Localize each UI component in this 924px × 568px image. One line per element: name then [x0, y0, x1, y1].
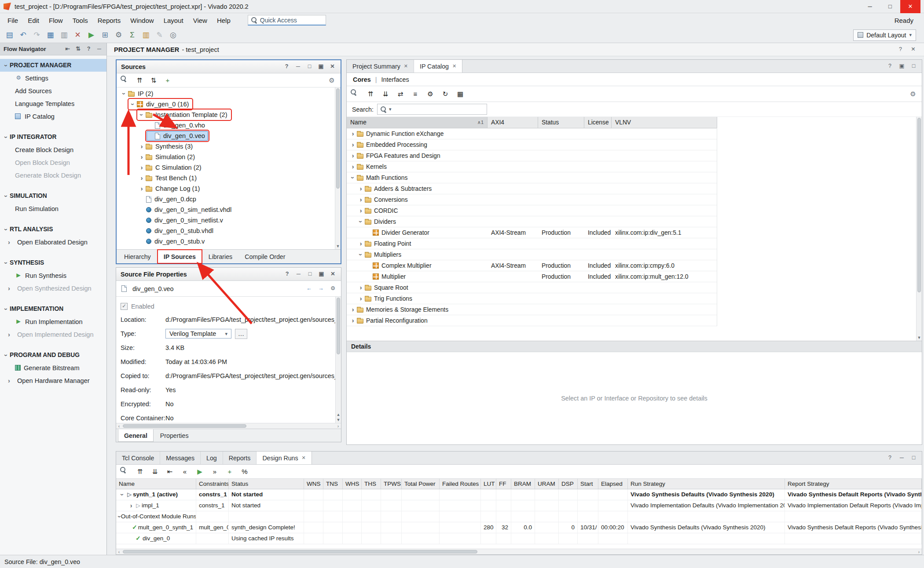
- expand-all-icon[interactable]: ⇅: [148, 75, 159, 85]
- tab-messages[interactable]: Messages: [160, 451, 201, 464]
- settings-icon[interactable]: ⚙: [326, 75, 337, 85]
- tab-general[interactable]: General: [118, 429, 154, 442]
- source-ip[interactable]: ›IP (2): [117, 88, 341, 99]
- column-header-name[interactable]: Name∧1: [347, 117, 488, 128]
- hierarchy-icon[interactable]: ≡: [410, 89, 421, 99]
- refresh-repo-icon[interactable]: ↻: [440, 89, 451, 99]
- flow-item-settings[interactable]: ⚙Settings: [0, 72, 106, 84]
- close-tab-icon[interactable]: ✕: [452, 64, 456, 69]
- close-icon[interactable]: ✕: [329, 63, 336, 70]
- settings-icon[interactable]: ⚙: [908, 89, 918, 99]
- close-icon[interactable]: ✕: [329, 270, 337, 278]
- menu-view[interactable]: View: [188, 15, 212, 26]
- flow-item-generate-bitstream[interactable]: Generate Bitstream: [0, 361, 106, 374]
- expand-chevron-icon[interactable]: ›: [116, 516, 125, 518]
- column-header-total-power[interactable]: Total Power: [402, 479, 440, 489]
- flow-section-header-project-manager[interactable]: ›PROJECT MANAGER: [0, 59, 106, 72]
- minimize-icon[interactable]: ─: [295, 270, 302, 278]
- run-row-out-of-context-module-runs[interactable]: ›Out-of-Context Module Runs: [116, 511, 922, 522]
- taxonomy-icon[interactable]: ⇄: [395, 89, 406, 99]
- run-row-impl-1[interactable]: ›▷impl_1constrs_1Not startedVivado Imple…: [116, 500, 922, 511]
- percent-icon[interactable]: %: [239, 466, 250, 477]
- dialog-view-icon[interactable]: ▦: [455, 89, 466, 99]
- delete-icon[interactable]: ✕: [72, 29, 84, 41]
- expand-chevron-icon[interactable]: ›: [3, 193, 10, 200]
- add-sources-icon[interactable]: +: [162, 75, 173, 85]
- flow-item-open-synthesized-design[interactable]: ›Open Synthesized Design: [0, 282, 106, 295]
- expand-chevron-icon[interactable]: ›: [128, 500, 135, 511]
- float-icon[interactable]: ▣: [317, 63, 325, 70]
- minimize-icon[interactable]: ─: [294, 63, 302, 70]
- properties-panel-header[interactable]: Source File Properties ?─□▣✕: [116, 268, 341, 281]
- column-header-dsp[interactable]: DSP: [559, 479, 578, 489]
- enabled-checkbox[interactable]: ✓: [121, 303, 128, 310]
- open-project-icon[interactable]: ▤: [4, 29, 15, 41]
- tab-log[interactable]: Log: [201, 451, 223, 464]
- maximize-icon[interactable]: □: [306, 63, 313, 70]
- maximize-icon[interactable]: □: [910, 62, 917, 70]
- scrollbar-thumb[interactable]: [123, 424, 246, 428]
- column-header-ths[interactable]: THS: [362, 479, 381, 489]
- run-row-synth-1-active[interactable]: ›▷synth_1 (active)constrs_1Not startedVi…: [116, 489, 922, 500]
- forward-icon[interactable]: →: [317, 285, 325, 292]
- expand-chevron-icon[interactable]: ›: [357, 218, 364, 225]
- menu-reports[interactable]: Reports: [93, 15, 126, 26]
- catalog-row-fpga-features-and-design[interactable]: ›FPGA Features and Design: [347, 150, 717, 161]
- report-icon[interactable]: ▥: [140, 29, 152, 41]
- source-div-gen-0[interactable]: ›div_gen_0 (16): [117, 99, 341, 109]
- help-icon[interactable]: ?: [897, 46, 904, 53]
- back-icon[interactable]: ←: [305, 285, 313, 292]
- maximize-icon[interactable]: □: [306, 270, 314, 278]
- collapse-all-icon[interactable]: ⇈: [135, 466, 145, 477]
- run-row-div-gen-0[interactable]: ✓div_gen_0Using cached IP results: [116, 533, 922, 544]
- column-header-vlnv[interactable]: VLNV: [612, 117, 717, 128]
- catalog-row-multipliers[interactable]: ›Multipliers: [347, 249, 717, 260]
- scroll-down-icon[interactable]: ▼: [917, 335, 922, 340]
- column-header-tpws[interactable]: TPWS: [381, 479, 402, 489]
- column-header-wns[interactable]: WNS: [304, 479, 323, 489]
- flow-step-icon[interactable]: ⊞: [99, 29, 111, 41]
- source-div-gen-0-veo[interactable]: div_gen_0.veo: [117, 131, 341, 141]
- menu-layout[interactable]: Layout: [159, 15, 188, 26]
- create-runs-icon[interactable]: +: [224, 466, 235, 477]
- expand-chevron-icon[interactable]: ›: [3, 306, 10, 313]
- step-forward-icon[interactable]: »: [209, 466, 220, 477]
- catalog-row-memories-storage-elements[interactable]: ›Memories & Storage Elements: [347, 304, 717, 315]
- expand-collapse-icon[interactable]: ⇅: [74, 45, 82, 53]
- expand-chevron-icon[interactable]: ›: [349, 130, 356, 137]
- expand-chevron-icon[interactable]: ›: [138, 185, 145, 192]
- minimize-icon[interactable]: ─: [95, 45, 103, 53]
- scroll-right-icon[interactable]: ›: [335, 423, 341, 429]
- catalog-row-floating-point[interactable]: ›Floating Point: [347, 238, 717, 249]
- expand-chevron-icon[interactable]: ›: [138, 143, 145, 150]
- goto-start-icon[interactable]: ⇤: [165, 466, 175, 477]
- column-header-axi4[interactable]: AXI4: [488, 117, 538, 128]
- column-header-failed-routes[interactable]: Failed Routes: [440, 479, 481, 489]
- scrollbar-thumb[interactable]: [336, 88, 340, 189]
- search-input[interactable]: [393, 106, 484, 113]
- column-header-report-strategy[interactable]: Report Strategy: [785, 479, 922, 489]
- flow-section-header-rtl-analysis[interactable]: ›RTL ANALYSIS: [0, 223, 106, 236]
- catalog-search-box[interactable]: ▾: [377, 104, 487, 115]
- flow-item-run-synthesis[interactable]: ▶Run Synthesis: [0, 269, 106, 282]
- expand-chevron-icon[interactable]: ›: [357, 185, 364, 192]
- pin-icon[interactable]: ⇤: [64, 45, 71, 53]
- source-c-simulation[interactable]: ›C Simulation (2): [117, 162, 341, 173]
- sources-panel-header[interactable]: Sources ?─□▣✕: [117, 60, 341, 73]
- menu-help[interactable]: Help: [212, 15, 235, 26]
- close-icon[interactable]: ✕: [909, 46, 917, 53]
- tab-tcl-console[interactable]: Tcl Console: [116, 451, 160, 464]
- redo-icon[interactable]: ↷: [31, 29, 43, 41]
- tab-project-summary[interactable]: Project Summary✕: [347, 60, 414, 73]
- catalog-row-dynamic-function-exchange[interactable]: ›Dynamic Function eXchange: [347, 128, 717, 139]
- sources-scrollbar[interactable]: ▼: [335, 87, 341, 249]
- source-div-gen-0-dcp[interactable]: div_gen_0.dcp: [117, 194, 341, 204]
- customize-ip-icon[interactable]: ⚙: [425, 89, 436, 99]
- search-icon[interactable]: [120, 466, 130, 477]
- type-select[interactable]: Verilog Template▾: [165, 329, 231, 339]
- source-test-bench[interactable]: ›Test Bench (1): [117, 173, 341, 183]
- flow-item-run-simulation[interactable]: Run Simulation: [0, 202, 106, 215]
- catalog-scrollbar[interactable]: ▼: [916, 117, 922, 341]
- flow-item-open-block-design[interactable]: Open Block Design: [0, 156, 106, 169]
- close-tab-icon[interactable]: ✕: [404, 64, 408, 69]
